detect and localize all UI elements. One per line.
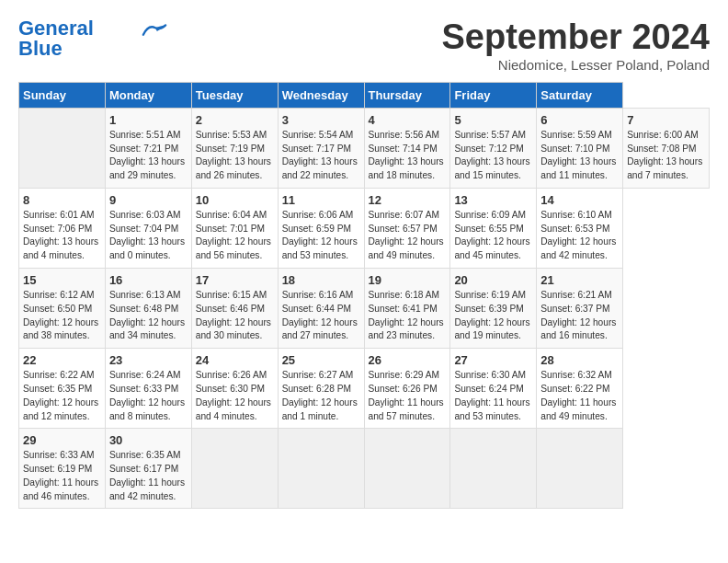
calendar-cell: 18Sunrise: 6:16 AM Sunset: 6:44 PM Dayli… <box>278 269 364 349</box>
calendar-cell: 4Sunrise: 5:56 AM Sunset: 7:14 PM Daylig… <box>364 108 450 188</box>
calendar-cell: 1Sunrise: 5:51 AM Sunset: 7:21 PM Daylig… <box>105 108 191 188</box>
day-number: 28 <box>540 353 619 367</box>
col-header-sunday: Sunday <box>19 82 106 108</box>
logo-text: General <box>18 18 94 39</box>
calendar-cell: 16Sunrise: 6:13 AM Sunset: 6:48 PM Dayli… <box>105 269 191 349</box>
logo-bird-icon <box>142 22 167 39</box>
logo: General Blue <box>18 18 167 59</box>
day-number: 21 <box>540 273 619 287</box>
calendar-week-row: 22Sunrise: 6:22 AM Sunset: 6:35 PM Dayli… <box>19 349 710 429</box>
day-info: Sunrise: 5:59 AM Sunset: 7:10 PM Dayligh… <box>540 129 619 183</box>
calendar-cell: 6Sunrise: 5:59 AM Sunset: 7:10 PM Daylig… <box>537 108 623 188</box>
calendar-cell: 8Sunrise: 6:01 AM Sunset: 7:06 PM Daylig… <box>19 188 106 268</box>
calendar-cell: 28Sunrise: 6:32 AM Sunset: 6:22 PM Dayli… <box>537 349 623 429</box>
day-info: Sunrise: 6:07 AM Sunset: 6:57 PM Dayligh… <box>369 209 447 263</box>
title-block: September 2024 Niedomice, Lesser Poland,… <box>442 18 711 73</box>
month-title: September 2024 <box>442 18 711 57</box>
calendar-cell <box>537 429 623 509</box>
col-header-saturday: Saturday <box>537 82 623 108</box>
day-number: 9 <box>109 193 188 207</box>
calendar-cell: 20Sunrise: 6:19 AM Sunset: 6:39 PM Dayli… <box>450 269 537 349</box>
calendar-week-row: 8Sunrise: 6:01 AM Sunset: 7:06 PM Daylig… <box>19 188 710 268</box>
day-info: Sunrise: 6:03 AM Sunset: 7:04 PM Dayligh… <box>109 209 188 263</box>
day-number: 11 <box>282 193 360 207</box>
calendar-cell: 13Sunrise: 6:09 AM Sunset: 6:55 PM Dayli… <box>450 188 537 268</box>
day-info: Sunrise: 6:01 AM Sunset: 7:06 PM Dayligh… <box>23 209 101 263</box>
calendar-cell: 22Sunrise: 6:22 AM Sunset: 6:35 PM Dayli… <box>19 349 106 429</box>
day-info: Sunrise: 6:21 AM Sunset: 6:37 PM Dayligh… <box>540 289 619 343</box>
day-info: Sunrise: 6:04 AM Sunset: 7:01 PM Dayligh… <box>196 209 274 263</box>
calendar-cell: 24Sunrise: 6:26 AM Sunset: 6:30 PM Dayli… <box>191 349 278 429</box>
calendar-cell: 11Sunrise: 6:06 AM Sunset: 6:59 PM Dayli… <box>278 188 364 268</box>
day-info: Sunrise: 6:30 AM Sunset: 6:24 PM Dayligh… <box>454 369 532 423</box>
day-info: Sunrise: 6:24 AM Sunset: 6:33 PM Dayligh… <box>109 369 188 423</box>
col-header-wednesday: Wednesday <box>278 82 364 108</box>
day-info: Sunrise: 6:13 AM Sunset: 6:48 PM Dayligh… <box>109 289 188 343</box>
day-info: Sunrise: 6:26 AM Sunset: 6:30 PM Dayligh… <box>196 369 274 423</box>
day-number: 4 <box>369 113 447 127</box>
day-number: 29 <box>23 433 101 447</box>
day-info: Sunrise: 6:33 AM Sunset: 6:19 PM Dayligh… <box>23 449 101 503</box>
calendar-cell <box>19 108 106 188</box>
day-number: 5 <box>454 113 532 127</box>
col-header-thursday: Thursday <box>364 82 450 108</box>
day-number: 22 <box>23 353 101 367</box>
day-number: 24 <box>196 353 274 367</box>
day-info: Sunrise: 6:27 AM Sunset: 6:28 PM Dayligh… <box>282 369 360 423</box>
day-number: 3 <box>282 113 360 127</box>
day-info: Sunrise: 5:56 AM Sunset: 7:14 PM Dayligh… <box>369 129 447 183</box>
calendar-cell: 30Sunrise: 6:35 AM Sunset: 6:17 PM Dayli… <box>105 429 191 509</box>
day-info: Sunrise: 6:06 AM Sunset: 6:59 PM Dayligh… <box>282 209 360 263</box>
calendar-header-row: SundayMondayTuesdayWednesdayThursdayFrid… <box>19 82 710 108</box>
day-number: 15 <box>23 273 101 287</box>
calendar-cell: 2Sunrise: 5:53 AM Sunset: 7:19 PM Daylig… <box>191 108 278 188</box>
day-number: 16 <box>109 273 188 287</box>
calendar-cell: 14Sunrise: 6:10 AM Sunset: 6:53 PM Dayli… <box>537 188 623 268</box>
col-header-tuesday: Tuesday <box>191 82 278 108</box>
calendar-cell: 27Sunrise: 6:30 AM Sunset: 6:24 PM Dayli… <box>450 349 537 429</box>
calendar-cell: 7Sunrise: 6:00 AM Sunset: 7:08 PM Daylig… <box>623 108 710 188</box>
day-number: 2 <box>196 113 274 127</box>
calendar-table: SundayMondayTuesdayWednesdayThursdayFrid… <box>18 82 710 510</box>
day-number: 27 <box>454 353 532 367</box>
day-number: 13 <box>454 193 532 207</box>
day-number: 12 <box>369 193 447 207</box>
calendar-cell: 21Sunrise: 6:21 AM Sunset: 6:37 PM Dayli… <box>537 269 623 349</box>
calendar-cell: 12Sunrise: 6:07 AM Sunset: 6:57 PM Dayli… <box>364 188 450 268</box>
day-info: Sunrise: 5:54 AM Sunset: 7:17 PM Dayligh… <box>282 129 360 183</box>
day-number: 19 <box>369 273 447 287</box>
calendar-cell: 19Sunrise: 6:18 AM Sunset: 6:41 PM Dayli… <box>364 269 450 349</box>
calendar-cell: 3Sunrise: 5:54 AM Sunset: 7:17 PM Daylig… <box>278 108 364 188</box>
calendar-cell: 26Sunrise: 6:29 AM Sunset: 6:26 PM Dayli… <box>364 349 450 429</box>
calendar-cell: 25Sunrise: 6:27 AM Sunset: 6:28 PM Dayli… <box>278 349 364 429</box>
day-number: 30 <box>109 433 188 447</box>
day-info: Sunrise: 6:12 AM Sunset: 6:50 PM Dayligh… <box>23 289 101 343</box>
day-info: Sunrise: 6:16 AM Sunset: 6:44 PM Dayligh… <box>282 289 360 343</box>
day-number: 23 <box>109 353 188 367</box>
day-info: Sunrise: 6:15 AM Sunset: 6:46 PM Dayligh… <box>196 289 274 343</box>
day-number: 1 <box>109 113 188 127</box>
calendar-cell <box>191 429 278 509</box>
day-number: 14 <box>540 193 619 207</box>
location: Niedomice, Lesser Poland, Poland <box>442 57 711 73</box>
day-number: 8 <box>23 193 101 207</box>
calendar-week-row: 15Sunrise: 6:12 AM Sunset: 6:50 PM Dayli… <box>19 269 710 349</box>
day-number: 7 <box>627 113 705 127</box>
day-number: 17 <box>196 273 274 287</box>
day-info: Sunrise: 5:57 AM Sunset: 7:12 PM Dayligh… <box>454 129 532 183</box>
calendar-cell <box>450 429 537 509</box>
col-header-friday: Friday <box>450 82 537 108</box>
day-number: 25 <box>282 353 360 367</box>
day-info: Sunrise: 6:09 AM Sunset: 6:55 PM Dayligh… <box>454 209 532 263</box>
calendar-week-row: 1Sunrise: 5:51 AM Sunset: 7:21 PM Daylig… <box>19 108 710 188</box>
day-number: 10 <box>196 193 274 207</box>
calendar-cell <box>364 429 450 509</box>
calendar-cell: 9Sunrise: 6:03 AM Sunset: 7:04 PM Daylig… <box>105 188 191 268</box>
day-info: Sunrise: 6:00 AM Sunset: 7:08 PM Dayligh… <box>627 129 705 183</box>
calendar-week-row: 29Sunrise: 6:33 AM Sunset: 6:19 PM Dayli… <box>19 429 710 509</box>
day-number: 6 <box>540 113 619 127</box>
day-info: Sunrise: 5:51 AM Sunset: 7:21 PM Dayligh… <box>109 129 188 183</box>
day-info: Sunrise: 6:10 AM Sunset: 6:53 PM Dayligh… <box>540 209 619 263</box>
calendar-cell: 10Sunrise: 6:04 AM Sunset: 7:01 PM Dayli… <box>191 188 278 268</box>
day-info: Sunrise: 6:32 AM Sunset: 6:22 PM Dayligh… <box>540 369 619 423</box>
